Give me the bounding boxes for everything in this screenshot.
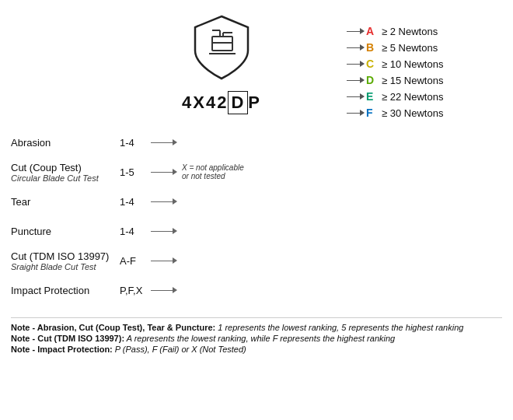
rating-arrowhead [173,169,177,175]
note-text: P (Pass), F (Fail) or X (Not Tested) [113,345,246,354]
rating-value: 1-4 [120,196,149,208]
rating-row: Cut (Coup Test)Circular Blade Cut Test 1… [11,160,252,184]
note-text: 1 represents the lowest ranking, 5 repre… [215,323,463,332]
rating-label: Tear [11,196,120,208]
rating-arrowhead [173,287,177,293]
rating-label: Cut (TDM ISO 13997)Sraight Blade Cut Tes… [11,250,120,271]
rating-value: 1-4 [120,137,149,149]
rating-line [151,172,173,173]
rating-value: A-F [120,255,149,267]
cut-level-arrow [347,113,364,114]
rating-row: Abrasion 1-4 [11,131,252,154]
cut-level-value: ≥ 10 Newtons [382,58,443,70]
rating-line [151,142,173,143]
cut-level-value: ≥ 30 Newtons [382,107,443,119]
rating-arrow [151,139,177,145]
rating-arrow [151,257,177,264]
cut-level-row: B ≥ 5 Newtons [347,41,443,54]
cut-level-arrow [347,64,364,65]
note-line: Note - Impact Protection: P (Pass), F (F… [11,345,502,354]
rating-label-text: Impact Protection [11,285,89,296]
rating-note: X = not applicable or not tested [182,163,244,180]
rating-line [151,261,173,261]
en388-code: 4 X 4 2 D P [182,91,261,114]
code-digit-p: P [248,93,261,113]
note-line: Note - Abrasion, Cut (Coup Test), Tear &… [11,323,502,332]
cut-level-row: A ≥ 2 Newtons [347,25,443,37]
rating-label-text: Tear [11,196,30,208]
cut-level-value: ≥ 15 Newtons [382,75,443,86]
cut-level-arrow [347,31,364,32]
tdm-cut-levels: A ≥ 2 Newtons B ≥ 5 Newtons C ≥ 10 Newto… [339,8,502,123]
rating-label: Cut (Coup Test)Circular Blade Cut Test [11,162,120,183]
rating-arrowhead [173,198,177,205]
code-digit-d: D [228,91,248,114]
cut-level-letter: F [366,107,377,119]
rating-line [151,290,173,291]
rating-row: Impact Protection P,F,X [11,278,252,302]
rating-value: P,F,X [120,285,149,296]
cut-level-value: ≥ 22 Newtons [382,91,443,103]
shield-icon [190,13,253,83]
cut-level-row: E ≥ 22 Newtons [347,90,443,103]
rating-arrowhead [173,257,177,264]
cut-level-row: F ≥ 30 Newtons [347,107,443,119]
rating-section: Abrasion 1-4 Cut (Coup Test)Circular Bla… [11,126,502,308]
rating-label-text: Cut (Coup Test) [11,162,82,173]
code-digit-4: 2 [217,93,228,113]
cut-level-letter: D [366,74,377,86]
rating-label: Impact Protection [11,285,120,296]
rating-label-text: Abrasion [11,137,51,149]
cut-level-arrow [347,47,364,48]
rating-value: 1-5 [120,166,149,178]
cut-level-letter: C [366,58,377,70]
rating-arrow [151,287,177,293]
cut-level-letter: B [366,41,377,54]
code-digit-1: 4 [182,93,193,113]
rating-line [151,201,173,202]
rating-arrowhead [173,139,177,145]
cut-level-value: ≥ 5 Newtons [382,42,438,54]
cut-level-value: ≥ 2 Newtons [382,26,438,37]
rating-label-text: Puncture [11,226,51,237]
note-prefix: Note - Cut (TDM ISO 13997): [11,334,124,343]
rating-arrow [151,228,177,234]
cut-level-letter: A [366,25,377,37]
rating-sublabel: Sraight Blade Cut Test [11,262,120,271]
rating-arrow [151,198,177,205]
note-prefix: Note - Abrasion, Cut (Coup Test), Tear &… [11,323,215,332]
rating-row: Cut (TDM ISO 13997)Sraight Blade Cut Tes… [11,249,252,272]
rating-label: Abrasion [11,137,120,149]
cut-level-row: C ≥ 10 Newtons [347,58,443,70]
rating-value: 1-4 [120,226,149,237]
cut-level-arrow [347,96,364,97]
code-digit-2: X [193,93,206,113]
rating-label: Puncture [11,226,120,237]
note-line: Note - Cut (TDM ISO 13997): A represents… [11,334,502,343]
rating-row: Tear 1-4 [11,190,252,213]
rating-line [151,231,173,232]
rating-sublabel: Circular Blade Cut Test [11,173,120,183]
rating-label-text: Cut (TDM ISO 13997) [11,250,109,262]
cut-level-letter: E [366,90,377,103]
notes-section: Note - Abrasion, Cut (Coup Test), Tear &… [11,317,502,354]
code-digit-3: 4 [206,93,217,113]
rating-table: Abrasion 1-4 Cut (Coup Test)Circular Bla… [11,126,252,308]
rating-arrowhead [173,228,177,234]
cut-level-row: D ≥ 15 Newtons [347,74,443,86]
rating-arrow [151,169,177,175]
rating-row: Puncture 1-4 [11,219,252,243]
cut-level-arrow [347,80,364,81]
note-prefix: Note - Impact Protection: [11,345,113,354]
tdm-title [347,9,502,20]
note-text: A represents the lowest ranking, while F… [124,334,395,343]
